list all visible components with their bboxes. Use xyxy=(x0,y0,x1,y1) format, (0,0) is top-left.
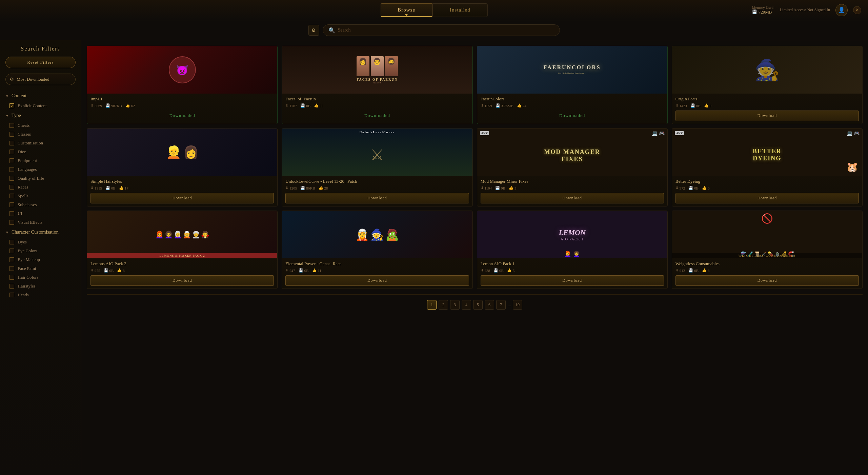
content-area: 👿 ImpUI ⬇ 3869 💾 987KB 👍 62 Downloaded xyxy=(81,40,868,475)
mod-stats-simple-hairstyles: ⬇ 1315 💾 0B 👍 17 xyxy=(90,186,274,190)
page-button-6[interactable]: 6 xyxy=(485,300,494,310)
page-button-3[interactable]: 3 xyxy=(450,300,460,310)
downloaded-button-faces[interactable]: Downloaded xyxy=(285,111,469,121)
filter-button[interactable]: ⚙ xyxy=(308,25,319,36)
filter-explicit-content[interactable]: Explicit Content xyxy=(0,101,81,110)
download-button-lemon-aio-1[interactable]: Download xyxy=(481,275,664,286)
section-character-customisation[interactable]: ▼ Character Customisation xyxy=(0,227,81,238)
page-button-10[interactable]: 10 xyxy=(513,300,522,310)
filter-cheats[interactable]: Cheats xyxy=(0,121,81,130)
mod-card-weightless[interactable]: 🚫 ⚗️ 🧪 📜 🗡️ 💊 🍵 💰 🧲 WEIGHTLESS CONSUMABL… xyxy=(672,211,863,289)
filter-dyes[interactable]: Dyes xyxy=(0,238,81,246)
quality-of-life-checkbox[interactable] xyxy=(9,176,14,181)
mod-info-lemon-aio-1: Lemon AIO Pack 1 ⬇ 938 💾 0B 👍 5 Download xyxy=(477,258,667,289)
downloaded-button-faerun-colors[interactable]: Downloaded xyxy=(481,111,664,121)
mod-card-mod-manager-fixes[interactable]: ANY 💻🎮 MOD MANAGER FIXES Mod Manager Min… xyxy=(477,128,668,206)
filter-races[interactable]: Races xyxy=(0,183,81,192)
page-button-4[interactable]: 4 xyxy=(462,300,471,310)
filter-dice[interactable]: Dice xyxy=(0,147,81,156)
filter-hair-colors[interactable]: Hair Colors xyxy=(0,273,81,282)
filter-spells[interactable]: Spells xyxy=(0,192,81,200)
spells-checkbox[interactable] xyxy=(9,194,14,198)
filter-visual-effects[interactable]: Visual Effects xyxy=(0,218,81,227)
visual-effects-checkbox[interactable] xyxy=(9,220,14,225)
mod-card-elemental-power[interactable]: 🧝 🧙 🧟 Elemental Power - Genasi Race ⬇ 94… xyxy=(282,211,472,289)
dyes-checkbox[interactable] xyxy=(9,240,14,244)
ui-checkbox[interactable] xyxy=(9,211,14,216)
memory-info: Memory Used: 💾 729MB xyxy=(752,5,774,15)
subclasses-checkbox[interactable] xyxy=(9,202,14,207)
filter-equipment[interactable]: Equipment xyxy=(0,156,81,165)
filter-eye-makeup[interactable]: Eye Makeup xyxy=(0,255,81,264)
mod-card-faerun-colors[interactable]: FAERUNCOLORS 60+ RolePlaying dye-based..… xyxy=(477,46,668,124)
filter-heads[interactable]: Heads xyxy=(0,291,81,299)
mod-card-origin-feats[interactable]: 🧙 Origin Feats ⬇ 1423 💾 0B 👍 9 Download xyxy=(672,46,863,124)
close-button[interactable]: ✕ xyxy=(853,6,861,14)
sign-in-text: Limited Access: Not Signed In xyxy=(780,7,830,13)
filter-classes[interactable]: Classes xyxy=(0,130,81,139)
explicit-content-checkbox[interactable] xyxy=(9,103,14,108)
mod-name-unlock-level: UnlockLevelCurve - Level 13-20 | Patch xyxy=(285,179,469,184)
eye-makeup-checkbox[interactable] xyxy=(9,257,14,262)
filter-hairstyles[interactable]: Hairstyles xyxy=(0,282,81,291)
mod-card-lemons-aio-2[interactable]: 👩‍🦰 👩‍🦱 👩‍🦳 🧝 👳 🧛 LEMONS & MAKER PACK 2 … xyxy=(87,211,278,289)
cheats-checkbox[interactable] xyxy=(9,123,14,128)
avatar-button[interactable]: 👤 xyxy=(835,4,848,16)
filter-languages[interactable]: Languages xyxy=(0,165,81,174)
page-button-2[interactable]: 2 xyxy=(439,300,448,310)
any-badge: ANY xyxy=(480,131,489,135)
mod-card-faces-faerun[interactable]: 👩 👨 🧔 FACES OF FAERUN by aloft Faces_of_… xyxy=(282,46,472,124)
search-box[interactable]: 🔍 xyxy=(323,24,560,36)
filter-customisation[interactable]: Customisation xyxy=(0,139,81,147)
download-button-weightless[interactable]: Download xyxy=(675,275,859,286)
mod-card-simple-hairstyles[interactable]: 👱 👩 Simple Hairstyles ⬇ 1315 💾 0B 👍 17 D… xyxy=(87,128,278,206)
download-button-elemental-power[interactable]: Download xyxy=(285,275,469,286)
mod-name-better-dyeing: Better Dyeing xyxy=(675,179,859,184)
page-button-1[interactable]: 1 xyxy=(427,300,437,310)
mod-card-better-dyeing[interactable]: ANY 💻🎮 BETTER DYEING 🐹 Better Dyeing ⬇ 9… xyxy=(672,128,863,206)
mod-card-unlock-level[interactable]: UnlockLevelCurve ⚔ UnlockLevelCurve - Le… xyxy=(282,128,472,206)
mod-card-impui[interactable]: 👿 ImpUI ⬇ 3869 💾 987KB 👍 62 Downloaded xyxy=(87,46,278,124)
page-button-5[interactable]: 5 xyxy=(473,300,483,310)
download-button-better-dyeing[interactable]: Download xyxy=(675,193,859,203)
download-button-origin-feats[interactable]: Download xyxy=(675,111,859,121)
download-button-unlock-level[interactable]: Download xyxy=(285,193,469,203)
section-content[interactable]: ▼ Content xyxy=(0,91,81,101)
reset-filters-button[interactable]: Reset Filters xyxy=(5,57,76,68)
filter-subclasses[interactable]: Subclasses xyxy=(0,200,81,209)
languages-checkbox[interactable] xyxy=(9,167,14,172)
equipment-checkbox[interactable] xyxy=(9,158,14,163)
filter-face-paint[interactable]: Face Paint xyxy=(0,264,81,273)
mod-thumbnail-better-dyeing: ANY 💻🎮 BETTER DYEING 🐹 xyxy=(672,128,862,176)
dice-checkbox[interactable] xyxy=(9,150,14,154)
filter-eye-colors[interactable]: Eye Colors xyxy=(0,246,81,255)
classes-checkbox[interactable] xyxy=(9,132,14,137)
heads-checkbox[interactable] xyxy=(9,293,14,297)
filter-quality-of-life[interactable]: Quality of Life xyxy=(0,174,81,183)
mod-card-lemon-aio-1[interactable]: LEMON AIO PACK 1 👩‍🦰 👩‍🦱 Lemon AIO Pack … xyxy=(477,211,668,289)
hairstyles-checkbox[interactable] xyxy=(9,284,14,289)
races-checkbox[interactable] xyxy=(9,185,14,190)
download-button-mod-manager-fixes[interactable]: Download xyxy=(481,193,664,203)
download-button-lemons-aio-2[interactable]: Download xyxy=(90,275,274,286)
mod-name-faces: Faces_of_Faerun xyxy=(285,96,469,102)
mod-name-lemon-aio-1: Lemon AIO Pack 1 xyxy=(481,261,664,266)
eye-colors-checkbox[interactable] xyxy=(9,249,14,253)
tab-installed[interactable]: Installed xyxy=(432,3,488,17)
customisation-checkbox[interactable] xyxy=(9,141,14,145)
mod-stats-mod-manager-fixes: ⬇ 1104 💾 0B 👍 5 xyxy=(481,186,664,190)
section-type[interactable]: ▼ Type xyxy=(0,110,81,121)
downloaded-button-impui[interactable]: Downloaded xyxy=(90,111,274,121)
tab-browse[interactable]: Browse xyxy=(380,3,432,17)
mod-info-impui: ImpUI ⬇ 3869 💾 987KB 👍 62 Downloaded xyxy=(87,94,277,123)
sort-button[interactable]: ⚙ Most Downloaded xyxy=(5,74,76,85)
filter-ui[interactable]: UI xyxy=(0,209,81,218)
sidebar: Search Filters Reset Filters ⚙ Most Down… xyxy=(0,40,81,475)
search-input[interactable] xyxy=(338,27,554,33)
tab-active-indicator xyxy=(405,14,408,17)
hair-colors-checkbox[interactable] xyxy=(9,275,14,280)
main-layout: Search Filters Reset Filters ⚙ Most Down… xyxy=(0,40,868,475)
download-button-simple-hairstyles[interactable]: Download xyxy=(90,193,274,203)
page-button-7[interactable]: 7 xyxy=(496,300,506,310)
face-paint-checkbox[interactable] xyxy=(9,266,14,271)
